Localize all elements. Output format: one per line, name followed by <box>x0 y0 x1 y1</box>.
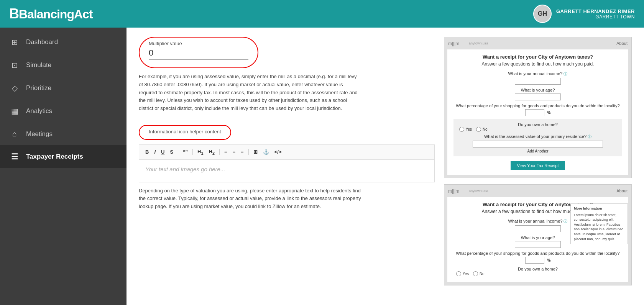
sidebar-label-analytics: Analytics <box>26 107 52 115</box>
user-details: GARRETT HERNANDEZ RIMER GARRETT TOWN <box>556 8 635 20</box>
receipt-assessed-label-1: What is the assessed value of your prima… <box>457 134 619 139</box>
receipt-home-label-1: Do you own a home? Yes No <box>457 122 619 132</box>
radio-no-input-1[interactable] <box>476 127 481 132</box>
right-panel: m|||m anytown.usa About Want a receipt f… <box>444 37 632 296</box>
receipt-shopping-row-1: % <box>453 109 622 116</box>
info-field-label: Informational icon helper content <box>149 129 221 134</box>
radio-yes-1: Yes No <box>457 127 619 132</box>
toolbar-h1[interactable]: H1 <box>196 148 205 156</box>
sidebar-label-simulate: Simulate <box>26 61 51 69</box>
receipt-shopping-label-1: What percentage of your shopping for goo… <box>453 103 622 108</box>
receipt-body-1: Want a receipt for your City of Anytown … <box>447 49 628 175</box>
toolbar-sep-4 <box>248 149 249 155</box>
app-header: BBalancingAct GH GARRETT HERNANDEZ RIMER… <box>0 0 644 28</box>
sidebar-item-dashboard[interactable]: ⊞ Dashboard <box>0 31 127 54</box>
sidebar-item-simulate[interactable]: ⊡ Simulate <box>0 54 127 77</box>
receipt-age-input-1[interactable] <box>515 93 561 100</box>
app-logo: BBalancingAct <box>9 6 92 22</box>
receipt-topbar-1: m|||m anytown.usa About <box>444 37 631 49</box>
left-panel: Multiplier value 0 For example, if you a… <box>139 37 435 296</box>
taxpayer-receipts-icon: ☰ <box>9 152 20 161</box>
receipt-logo-svg-2: m|||m <box>448 187 467 195</box>
receipt-shopping-row-2: % <box>453 257 622 264</box>
toolbar-strikethrough[interactable]: S <box>168 148 175 156</box>
receipt-subtitle-1: Answer a few questions to find out how m… <box>453 61 622 67</box>
receipt-assessed-input-1[interactable] <box>473 141 603 148</box>
simulate-icon: ⊡ <box>9 61 20 70</box>
tooltip-text: Lorem ipsum dolor sit amet, consectetur … <box>574 213 624 242</box>
sidebar-label-prioritize: Prioritize <box>26 84 51 92</box>
toolbar-h2[interactable]: H2 <box>207 148 216 156</box>
receipt-title-1: Want a receipt for your City of Anytown … <box>453 54 622 60</box>
prioritize-icon: ◇ <box>9 84 20 93</box>
user-town: GARRETT TOWN <box>556 14 635 20</box>
receipt-shopping-input-2[interactable] <box>525 257 544 264</box>
income-info-icon-2: ⓘ <box>564 219 567 223</box>
receipt-age-input-2[interactable] <box>515 241 561 248</box>
sidebar-item-analytics[interactable]: ▦ Analytics <box>0 100 127 123</box>
receipt-income-input-1[interactable] <box>515 78 561 85</box>
add-another-1[interactable]: Add Another <box>457 149 619 153</box>
receipt-logo-tagline-1: anytown.usa <box>469 41 488 45</box>
editor-toolbar: B I U S “” H1 H2 ≡ ≡ ≡ ⊞ ⚓ </> <box>139 144 435 159</box>
info-section: Informational icon helper content B I U … <box>139 125 435 211</box>
sidebar-label-meetings: Meetings <box>26 130 53 138</box>
view-receipt-btn-1[interactable]: View Your Tax Receipt <box>511 161 565 170</box>
toolbar-align[interactable]: ≡ <box>239 148 245 156</box>
more-info-tooltip: More Information Lorem ipsum dolor sit a… <box>570 203 628 244</box>
receipt-income-input-2[interactable] <box>515 225 561 232</box>
receipt-about-link-1[interactable]: About <box>616 41 628 46</box>
multiplier-section: Multiplier value 0 For example, if you a… <box>139 37 435 113</box>
toolbar-italic[interactable]: I <box>153 148 157 156</box>
radio-group-2: Yes No <box>453 271 622 276</box>
toolbar-sep-1 <box>178 149 178 155</box>
editor-placeholder: Your text and images go here... <box>145 166 225 172</box>
toolbar-bold[interactable]: B <box>144 148 150 156</box>
multiplier-underline <box>149 59 248 60</box>
avatar: GH <box>533 5 552 23</box>
content-area: Multiplier value 0 For example, if you a… <box>127 28 644 305</box>
toolbar-code[interactable]: </> <box>273 148 283 156</box>
receipt-income-label-1: What is your annual income? ⓘ <box>453 71 622 77</box>
assessed-info-icon-1: ⓘ <box>588 134 591 139</box>
info-circle-highlight: Informational icon helper content <box>139 125 231 140</box>
user-name: GARRETT HERNANDEZ RIMER <box>556 8 635 14</box>
percent-sign-2: % <box>547 258 551 262</box>
toolbar-ordered-list[interactable]: ≡ <box>223 148 229 156</box>
toolbar-link[interactable]: ⚓ <box>261 148 271 156</box>
radio-yes-input-1[interactable] <box>459 127 464 132</box>
sidebar-label-dashboard: Dashboard <box>26 38 58 46</box>
toolbar-quote[interactable]: “” <box>181 148 189 156</box>
dashboard-icon: ⊞ <box>9 38 20 47</box>
analytics-icon: ▦ <box>9 107 20 116</box>
receipt-shopping-input-1[interactable] <box>525 109 544 116</box>
sidebar-item-taxpayer-receipts[interactable]: ☰ Taxpayer Receipts <box>0 145 127 168</box>
radio-yes-input-2[interactable] <box>456 271 461 276</box>
user-info-area: GH GARRETT HERNANDEZ RIMER GARRETT TOWN <box>533 5 635 23</box>
multiplier-description: For example, if you are using assessed v… <box>139 73 361 113</box>
receipt-logo-tagline-2: anytown.usa <box>469 189 488 193</box>
sidebar-item-prioritize[interactable]: ◇ Prioritize <box>0 77 127 100</box>
receipt-logo-area-2: m|||m anytown.usa <box>448 187 488 195</box>
multiplier-label: Multiplier value <box>149 41 248 46</box>
sidebar-label-taxpayer-receipts: Taxpayer Receipts <box>26 153 83 161</box>
svg-text:m|||m: m|||m <box>448 41 459 46</box>
editor-content[interactable]: Your text and images go here... <box>139 159 435 182</box>
toolbar-underline[interactable]: U <box>159 148 166 156</box>
multiplier-circle-highlight: Multiplier value 0 <box>139 37 258 68</box>
toolbar-sep-2 <box>192 149 193 155</box>
sidebar-item-meetings[interactable]: ⌂ Meetings <box>0 123 127 145</box>
radio-no-input-2[interactable] <box>473 271 478 276</box>
toolbar-unordered-list[interactable]: ≡ <box>231 148 237 156</box>
receipt-home-label-2: Do you own a home? Yes No <box>453 267 622 276</box>
receipt-card-1: m|||m anytown.usa About Want a receipt f… <box>444 37 632 178</box>
multiplier-value: 0 <box>149 48 248 58</box>
sidebar: ⊞ Dashboard ⊡ Simulate ◇ Prioritize ▦ An… <box>0 28 127 305</box>
receipt-card-2-wrapper: m|||m anytown.usa About Want a receipt f… <box>444 184 632 285</box>
receipt-shopping-label-2: What percentage of your shopping for goo… <box>453 251 622 256</box>
receipt-logo-area-1: m|||m anytown.usa <box>448 39 488 47</box>
receipt-home-section-1: Do you own a home? Yes No What is the as… <box>453 119 622 156</box>
receipt-about-link-2[interactable]: About <box>616 189 628 193</box>
toolbar-image[interactable]: ⊞ <box>252 148 259 156</box>
info-description: Depending on the type of valuation you a… <box>139 187 361 211</box>
